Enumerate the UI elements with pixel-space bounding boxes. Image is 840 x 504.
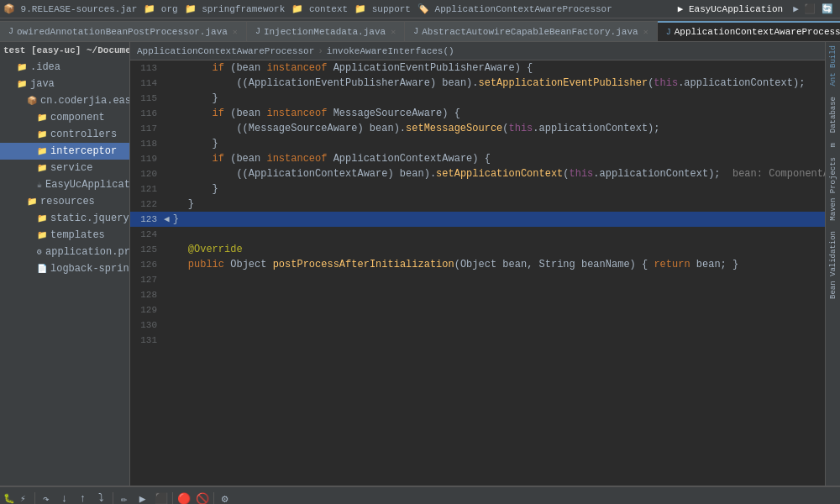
breadcrumb-sep: ›	[318, 46, 323, 56]
topbar-org[interactable]: 📁 org	[144, 3, 177, 14]
debugger-label: 🐛	[3, 493, 15, 504]
code-line-120: 120 ((ApplicationContextAware) bean).set…	[130, 166, 825, 181]
sidebar-item-props[interactable]: ⚙ application.properties	[0, 244, 129, 260]
step-into-btn[interactable]: ↓	[55, 490, 74, 505]
code-line-119: 119 if (bean instanceof ApplicationConte…	[130, 151, 825, 166]
close-tab-2[interactable]: ✕	[643, 27, 648, 37]
topbar-support[interactable]: 📁 support	[354, 3, 411, 14]
tab-owired[interactable]: J owiredAnnotationBeanPostProcessor.java…	[0, 21, 247, 41]
debug-toolbar: 🐛 ⚡ ↷ ↓ ↑ ⤵ ✏ ▶ ⬛ 🔴 🚫 ⚙	[0, 487, 840, 504]
m-panel[interactable]: m	[829, 143, 837, 147]
tab-active[interactable]: J ApplicationContextAwareProcessor.java …	[658, 21, 840, 41]
tab-abstract[interactable]: J AbstractAutowireCapableBeanFactory.jav…	[405, 21, 658, 41]
separator-2	[113, 492, 113, 505]
folder-icon-6: 📁	[37, 163, 47, 173]
sidebar-item-templates[interactable]: 📁 templates	[0, 227, 129, 244]
folder-icon-2: 📁	[17, 79, 27, 89]
run-controls: ▶ ⬛ 🔄	[793, 3, 833, 14]
mute-breakpoints-btn[interactable]: 🚫	[193, 490, 212, 505]
code-line-123: 123 ◀ }	[130, 212, 825, 227]
top-bar: 📦 9.RELEASE-sources.jar 📁 org 📁 springfr…	[0, 0, 840, 18]
folder-icon-8: 📁	[37, 213, 47, 223]
sidebar-item-interceptor[interactable]: 📁 interceptor	[0, 143, 129, 160]
folder-icon-4: 📁	[37, 129, 47, 139]
maven-projects-panel[interactable]: Maven Projects	[829, 157, 837, 221]
folder-icon-3: 📁	[37, 113, 47, 123]
code-line-121: 121 }	[130, 181, 825, 197]
folder-icon: 📁	[17, 62, 27, 72]
main-layout: test [easy-uc] ~/Document... 📁 .idea 📁 j…	[0, 42, 840, 486]
bottom-panel: 🐛 ⚡ ↷ ↓ ↑ ⤵ ✏ ▶ ⬛ 🔴 🚫 ⚙ Frames ▲ ▼ ⚡ 👁	[0, 486, 840, 504]
sidebar-item-component[interactable]: 📁 component	[0, 109, 129, 126]
folder-icon-9: 📁	[37, 230, 47, 240]
package-icon: 📦	[27, 96, 37, 106]
props-icon: ⚙	[37, 247, 42, 257]
code-line-118: 118 }	[130, 136, 825, 151]
code-line-114: 114 ((ApplicationEventPublisherAware) be…	[130, 76, 825, 91]
sidebar-item-jquery[interactable]: 📁 static.jquery	[0, 210, 129, 227]
editor-tabs: J owiredAnnotationBeanPostProcessor.java…	[0, 18, 840, 42]
right-panel: Ant Build Database m Maven Projects Bean…	[825, 42, 840, 486]
code-line-131: 131	[130, 333, 825, 348]
database-panel[interactable]: Database	[829, 97, 837, 133]
code-editor: 113 if (bean instanceof ApplicationEvent…	[130, 60, 825, 486]
code-line-130: 130	[130, 318, 825, 333]
breakpoint-indicator: ◀	[164, 212, 170, 227]
sidebar-item-resources[interactable]: 📁 resources	[0, 193, 129, 210]
sidebar-item-controllers[interactable]: 📁 controllers	[0, 126, 129, 143]
code-line-126: 126 public Object postProcessAfterInitia…	[130, 257, 825, 272]
java-icon: J	[8, 27, 13, 36]
view-breakpoints-btn[interactable]: 🔴	[175, 490, 193, 505]
topbar-springframework[interactable]: 📁 springframework	[185, 3, 286, 14]
sidebar-item-idea[interactable]: 📁 .idea	[0, 59, 129, 76]
topbar-processor[interactable]: 🏷️ ApplicationContextAwareProcessor	[417, 3, 612, 14]
code-line-125: 125 @Override	[130, 242, 825, 257]
topbar-app[interactable]: ▶ EasyUcApplication	[678, 3, 783, 14]
sidebar-item-service[interactable]: 📁 service	[0, 160, 129, 176]
resume-btn[interactable]: ▶	[134, 490, 152, 505]
code-scroll[interactable]: 113 if (bean instanceof ApplicationEvent…	[130, 60, 825, 486]
folder-icon-7: 📁	[27, 197, 37, 207]
separator-1	[34, 492, 35, 505]
topbar-context[interactable]: 📁 context	[291, 3, 348, 14]
code-line-129: 129	[130, 302, 825, 318]
separator-3	[172, 492, 173, 505]
java-icon-3: J	[413, 27, 418, 36]
settings-btn[interactable]: ⚙	[216, 490, 234, 505]
code-line-115: 115 }	[130, 91, 825, 106]
breadcrumb: ApplicationContextAwareProcessor › invok…	[130, 42, 825, 60]
code-line-122: 122 }	[130, 197, 825, 212]
run-to-cursor-btn[interactable]: ⤵	[92, 490, 111, 505]
sidebar: test [easy-uc] ~/Document... 📁 .idea 📁 j…	[0, 42, 130, 486]
code-line-117: 117 ((MessageSourceAware) bean).setMessa…	[130, 121, 825, 136]
xml-icon: 📄	[37, 264, 47, 274]
code-line-127: 127	[130, 272, 825, 287]
stop-btn[interactable]: ⬛	[152, 490, 171, 505]
sidebar-item-package[interactable]: 📦 cn.coderjia.easyuc	[0, 92, 129, 109]
close-tab-0[interactable]: ✕	[233, 27, 238, 37]
separator-4	[213, 492, 214, 505]
topbar-sources[interactable]: 📦 9.RELEASE-sources.jar	[3, 3, 137, 14]
bean-validation-panel[interactable]: Bean Validation	[829, 231, 837, 299]
tab-injection[interactable]: J InjectionMetadata.java ✕	[247, 21, 405, 41]
java-icon-4: J	[666, 28, 671, 37]
step-out-btn[interactable]: ↑	[74, 490, 92, 505]
code-line-113: 113 if (bean instanceof ApplicationEvent…	[130, 60, 825, 76]
class-icon: ☕	[37, 180, 42, 190]
java-icon-2: J	[255, 27, 260, 36]
sidebar-project-label: test [easy-uc] ~/Document...	[0, 42, 129, 59]
sidebar-item-app-class[interactable]: ☕ EasyUcApplication	[0, 176, 129, 193]
close-tab-1[interactable]: ✕	[391, 27, 396, 37]
step-over-btn[interactable]: ↷	[37, 490, 55, 505]
endpoints-label: ⚡	[20, 493, 26, 504]
sidebar-item-java[interactable]: 📁 java	[0, 76, 129, 92]
evaluate-btn[interactable]: ✏	[115, 490, 134, 505]
ant-build-panel[interactable]: Ant Build	[829, 45, 837, 87]
code-line-128: 128	[130, 287, 825, 302]
folder-icon-5: 📁	[37, 146, 47, 156]
code-line-116: 116 if (bean instanceof MessageSourceAwa…	[130, 106, 825, 121]
sidebar-item-logback[interactable]: 📄 logback-spring.xml	[0, 260, 129, 277]
code-line-124: 124	[130, 227, 825, 242]
